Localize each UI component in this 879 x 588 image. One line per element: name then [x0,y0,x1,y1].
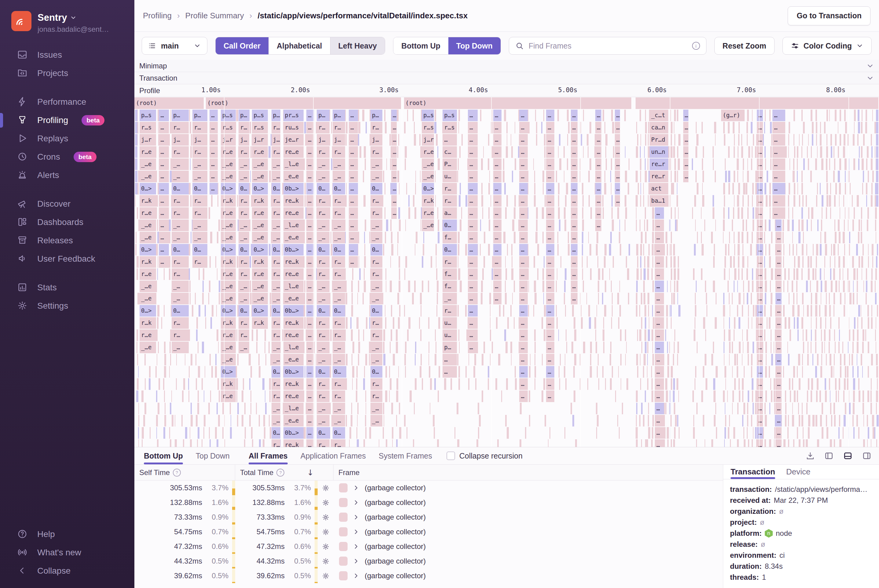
flame-frame-sliver[interactable] [217,232,218,243]
flame-frame-sliver[interactable] [564,293,565,304]
flame-frame-sliver[interactable] [641,317,642,329]
flame-frame[interactable]: … [683,146,689,158]
flame-frame-sliver[interactable] [643,293,646,304]
flame-frame[interactable]: r… [371,207,382,219]
flame-frame-sliver[interactable] [729,317,730,329]
flame-frame-sliver[interactable] [671,268,672,280]
flame-frame-sliver[interactable] [770,122,772,134]
flame-frame-sliver[interactable] [398,317,400,329]
flame-frame[interactable]: … [159,110,168,121]
flame-frame-sliver[interactable] [269,378,271,390]
flame-frame-sliver[interactable] [876,415,879,426]
flame-frame-sliver[interactable] [752,317,752,329]
flame-frame-sliver[interactable] [489,171,490,182]
flame-frame-sliver[interactable] [420,171,421,182]
flame-frame[interactable] [135,159,137,170]
flame-frame-sliver[interactable] [393,354,395,366]
flame-frame-sliver[interactable] [673,244,675,255]
flame-frame[interactable]: _… [272,159,281,170]
flame-frame-sliver[interactable] [488,366,489,378]
flame-frame[interactable]: re…r [650,171,668,182]
flame-frame-sliver[interactable] [857,134,858,146]
flame-frame[interactable]: … [546,256,554,268]
flame-frame-sliver[interactable] [816,390,817,402]
flame-frame[interactable]: … [775,305,781,316]
flame-frame-sliver[interactable] [606,134,607,146]
flame-frame-sliver[interactable] [364,256,365,268]
flame-frame[interactable]: … [757,146,763,158]
flame-frame[interactable]: … [546,159,554,170]
flame-frame-sliver[interactable] [587,256,588,268]
flame-frame-sliver[interactable] [742,378,744,390]
flame-frame-sliver[interactable] [729,354,730,366]
flame-frame-sliver[interactable] [670,415,672,426]
flame-frame-sliver[interactable] [747,268,748,280]
flame-frame-sliver[interactable] [750,244,752,255]
flame-frame-sliver[interactable] [504,329,506,341]
flame-frame-sliver[interactable] [647,342,648,353]
flame-frame-sliver[interactable] [459,342,460,353]
dock-left-icon[interactable] [824,451,834,461]
flame-frame[interactable]: … [775,256,781,268]
flame-frame-sliver[interactable] [645,134,646,146]
flame-frame[interactable]: … [615,159,620,170]
flame-frame-sliver[interactable] [619,232,620,243]
flame-frame-sliver[interactable] [640,256,642,268]
flame-frame-sliver[interactable] [764,122,765,134]
flame-frame-sliver[interactable] [636,280,638,292]
flame-frame-sliver[interactable] [673,256,676,268]
flame-frame-sliver[interactable] [385,268,386,280]
flame-frame-sliver[interactable] [137,293,140,304]
flame-frame-sliver[interactable] [249,280,251,292]
flame-frame-sliver[interactable] [454,427,456,439]
flame-frame-sliver[interactable] [788,207,789,219]
flame-frame-sliver[interactable] [383,342,385,353]
flame-frame-sliver[interactable] [405,146,407,158]
flame-frame[interactable]: r… [272,122,281,134]
flame-frame-sliver[interactable] [420,293,422,304]
flame-frame-sliver[interactable] [812,134,813,146]
flame-frame-sliver[interactable] [362,110,364,121]
sidebar-item-profiling[interactable]: Profilingbeta [0,111,134,129]
flame-frame-sliver[interactable] [490,317,490,329]
flame-frame[interactable]: … [391,171,397,182]
flame-frame-sliver[interactable] [868,317,869,329]
flame-frame-sliver[interactable] [742,305,743,316]
flame-frame-sliver[interactable] [703,146,704,158]
flame-frame-sliver[interactable] [729,329,730,341]
flame-frame-sliver[interactable] [407,329,408,341]
flame-frame-sliver[interactable] [870,390,871,402]
flame-frame-sliver[interactable] [704,219,706,231]
flame-frame-sliver[interactable] [545,159,545,170]
flame-frame-sliver[interactable] [556,317,557,329]
flame-frame[interactable]: r…k [140,317,156,329]
flame-frame-sliver[interactable] [789,122,790,134]
flame-frame-sliver[interactable] [567,110,569,121]
sidebar-item-what-s-new[interactable]: What's new [0,543,134,562]
flame-frame[interactable]: … [595,134,601,146]
flame-frame[interactable]: … [349,183,358,195]
flame-frame[interactable]: … [546,134,554,146]
flame-frame[interactable]: … [468,146,478,158]
flame-frame[interactable]: r…e [422,207,434,219]
flame-frame-sliver[interactable] [834,195,835,207]
flame-frame[interactable]: r… [371,256,382,268]
flame-frame-sliver[interactable] [812,122,814,134]
flame-frame[interactable]: … [655,354,664,366]
flame-frame[interactable] [135,146,137,158]
flame-frame[interactable]: r… [333,329,346,341]
flame-frame-sliver[interactable] [853,403,854,414]
flame-frame[interactable]: … [468,183,478,195]
flame-frame[interactable]: _…e [140,219,156,231]
sidebar-item-collapse[interactable]: Collapse [0,562,134,580]
flame-frame-sliver[interactable] [183,378,185,390]
flame-frame-sliver[interactable] [811,293,812,304]
flame-frame-sliver[interactable] [170,354,171,366]
flame-frame-sliver[interactable] [430,378,432,390]
flame-frame[interactable]: … [775,268,781,280]
flame-frame-sliver[interactable] [834,146,834,158]
flame-frame-sliver[interactable] [748,317,749,329]
flame-frame-sliver[interactable] [168,219,171,231]
flame-frame-sliver[interactable] [753,305,754,316]
flame-frame-sliver[interactable] [503,159,504,170]
